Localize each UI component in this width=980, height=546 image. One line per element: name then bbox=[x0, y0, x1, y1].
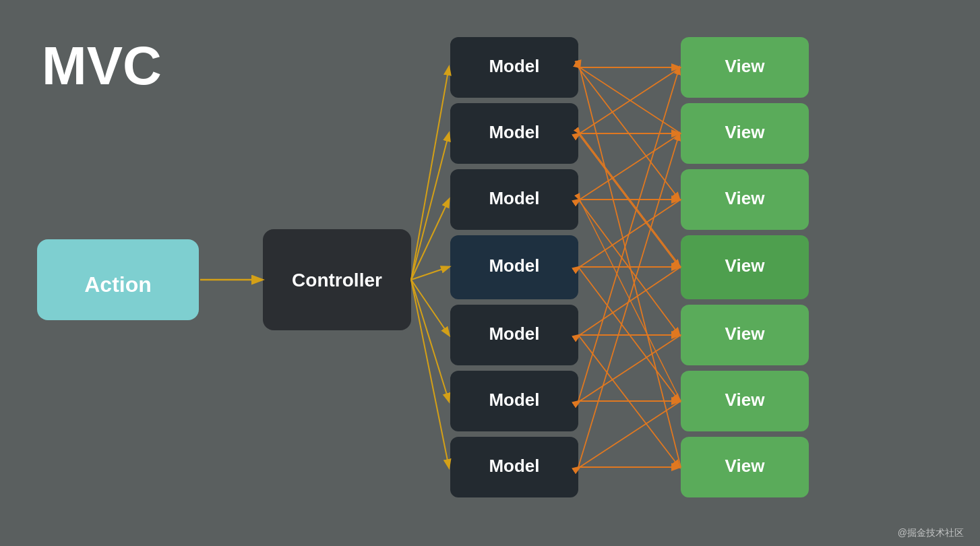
model-label-7: Model bbox=[489, 456, 539, 476]
title-text: MVC bbox=[42, 36, 162, 96]
view-label-7: View bbox=[725, 456, 766, 476]
model-label-2: Model bbox=[489, 122, 539, 142]
view-label-2: View bbox=[725, 122, 766, 142]
view-label-3: View bbox=[725, 188, 766, 208]
model-label-4: Model bbox=[489, 255, 539, 276]
view-label-4: View bbox=[725, 255, 766, 276]
view-label-6: View bbox=[725, 390, 766, 410]
view-label-5: View bbox=[725, 324, 766, 344]
controller-label: Controller bbox=[292, 270, 382, 291]
view-label-1: View bbox=[725, 56, 766, 76]
mvc-diagram: MVC Action Controller Model Model bbox=[0, 0, 980, 546]
watermark-text: @掘金技术社区 bbox=[898, 527, 964, 538]
model-label-5: Model bbox=[489, 324, 539, 344]
diagram-container: MVC @掘金技术社区 MVC Action Controller bbox=[0, 0, 980, 546]
model-label-1: Model bbox=[489, 56, 539, 76]
action-label: Action bbox=[84, 272, 152, 297]
model-label-3: Model bbox=[489, 188, 539, 208]
model-label-6: Model bbox=[489, 390, 539, 410]
